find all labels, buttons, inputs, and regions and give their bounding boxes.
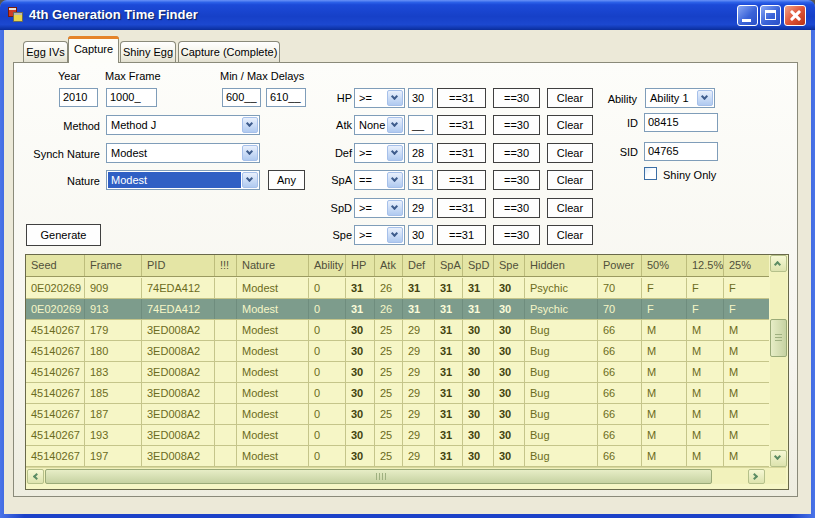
table-row[interactable]: 451402671853ED008A2Modest0302529313030Bu… xyxy=(26,383,769,404)
maximize-button[interactable] xyxy=(760,5,781,26)
column-header[interactable]: Hidden xyxy=(524,255,597,276)
table-row[interactable]: 451402671873ED008A2Modest0302529313030Bu… xyxy=(26,404,769,425)
table-cell: 0 xyxy=(308,320,345,340)
set-30-button[interactable]: ==30 xyxy=(493,225,540,245)
nature-combo[interactable]: Modest xyxy=(106,170,260,190)
iv-comparer-combo[interactable]: >= xyxy=(354,143,405,163)
tab-egg-ivs[interactable]: Egg IVs xyxy=(23,41,68,62)
column-header[interactable]: 25% xyxy=(723,255,769,276)
scroll-left-icon[interactable] xyxy=(27,469,44,484)
title-bar[interactable]: 4th Generation Time Finder xyxy=(0,0,815,30)
column-header[interactable]: Nature xyxy=(236,255,308,276)
column-header[interactable]: Atk xyxy=(374,255,402,276)
iv-comparer-combo[interactable]: None xyxy=(354,115,405,135)
set-31-button[interactable]: ==31 xyxy=(437,115,486,135)
iv-value-input[interactable]: 29 xyxy=(408,198,433,218)
scroll-right-icon[interactable] xyxy=(748,469,765,484)
ability-combo[interactable]: Ability 1 xyxy=(645,88,715,108)
column-header[interactable]: !!! xyxy=(214,255,236,276)
vertical-scroll-thumb[interactable] xyxy=(770,319,787,357)
chevron-down-icon[interactable] xyxy=(387,117,403,133)
method-combo[interactable]: Method J xyxy=(106,115,260,135)
shiny-only-checkbox[interactable] xyxy=(644,167,657,180)
vertical-scrollbar[interactable] xyxy=(770,255,787,467)
column-header[interactable]: 12.5% xyxy=(686,255,723,276)
clear-button[interactable]: Clear xyxy=(547,115,593,135)
column-header[interactable]: HP xyxy=(345,255,374,276)
iv-comparer-combo[interactable]: >= xyxy=(354,88,405,108)
chevron-down-icon[interactable] xyxy=(387,145,403,161)
column-header[interactable]: Power xyxy=(597,255,641,276)
set-30-button[interactable]: ==30 xyxy=(493,115,540,135)
column-header[interactable]: Spe xyxy=(493,255,524,276)
column-header[interactable]: Ability xyxy=(308,255,345,276)
id-input[interactable]: 08415 xyxy=(644,113,718,132)
column-header[interactable]: Frame xyxy=(84,255,141,276)
set-31-button[interactable]: ==31 xyxy=(437,88,486,108)
chevron-down-icon[interactable] xyxy=(242,172,258,188)
max-frame-input[interactable]: 1000_ xyxy=(106,88,157,107)
table-row[interactable]: 0E02026991374EDA412Modest0312631313130Ps… xyxy=(26,299,769,320)
minimize-button[interactable] xyxy=(737,5,758,26)
table-cell: 29 xyxy=(402,404,434,424)
iv-comparer-combo[interactable]: >= xyxy=(354,225,405,245)
sid-input[interactable]: 04765 xyxy=(644,142,718,161)
set-30-button[interactable]: ==30 xyxy=(493,143,540,163)
set-30-button[interactable]: ==30 xyxy=(493,170,540,190)
chevron-down-icon[interactable] xyxy=(387,200,403,216)
clear-button[interactable]: Clear xyxy=(547,225,593,245)
max-frame-label: Max Frame xyxy=(105,70,161,83)
table-cell: M xyxy=(641,446,686,466)
clear-button[interactable]: Clear xyxy=(547,170,593,190)
set-30-button[interactable]: ==30 xyxy=(493,88,540,108)
iv-value-input[interactable]: 30 xyxy=(408,225,433,245)
year-input[interactable]: 2010 xyxy=(59,88,98,107)
table-row[interactable]: 0E02026990974EDA412Modest0312631313130Ps… xyxy=(26,278,769,299)
set-31-button[interactable]: ==31 xyxy=(437,225,486,245)
scroll-up-icon[interactable] xyxy=(770,255,787,272)
column-header[interactable]: PID xyxy=(141,255,214,276)
any-nature-button[interactable]: Any xyxy=(268,170,305,190)
chevron-down-icon[interactable] xyxy=(387,172,403,188)
column-header[interactable]: SpD xyxy=(462,255,493,276)
tab-capture-complete[interactable]: Capture (Complete) xyxy=(178,41,280,62)
scroll-down-icon[interactable] xyxy=(770,450,787,467)
set-31-button[interactable]: ==31 xyxy=(437,198,486,218)
horizontal-scrollbar[interactable] xyxy=(26,467,786,484)
chevron-down-icon[interactable] xyxy=(697,90,713,106)
tab-shiny-egg[interactable]: Shiny Egg xyxy=(120,41,176,62)
horizontal-scroll-thumb[interactable] xyxy=(45,469,712,484)
iv-value-input[interactable]: 30 xyxy=(408,88,433,108)
synch-nature-combo[interactable]: Modest xyxy=(106,143,260,163)
nature-label: Nature xyxy=(20,175,100,188)
generate-button[interactable]: Generate xyxy=(26,224,101,246)
iv-value-input[interactable]: __ xyxy=(408,115,433,135)
clear-button[interactable]: Clear xyxy=(547,143,593,163)
iv-value-input[interactable]: 28 xyxy=(408,143,433,163)
chevron-down-icon[interactable] xyxy=(242,145,258,161)
iv-value-input[interactable]: 31 xyxy=(408,170,433,190)
set-30-button[interactable]: ==30 xyxy=(493,198,540,218)
iv-comparer-combo[interactable]: == xyxy=(354,170,405,190)
table-cell: Psychic xyxy=(524,278,597,298)
chevron-down-icon[interactable] xyxy=(387,90,403,106)
table-row[interactable]: 451402671833ED008A2Modest0302529313030Bu… xyxy=(26,362,769,383)
column-header[interactable]: Seed xyxy=(26,255,84,276)
set-31-button[interactable]: ==31 xyxy=(437,143,486,163)
tab-capture[interactable]: Capture xyxy=(68,36,119,63)
table-row[interactable]: 451402671933ED008A2Modest0302529313030Bu… xyxy=(26,425,769,446)
column-header[interactable]: SpA xyxy=(434,255,462,276)
min-delay-input[interactable]: 600__ xyxy=(222,88,261,107)
close-button[interactable] xyxy=(784,5,806,26)
chevron-down-icon[interactable] xyxy=(387,227,403,243)
table-row[interactable]: 451402671973ED008A2Modest0302529313030Bu… xyxy=(26,446,769,467)
set-31-button[interactable]: ==31 xyxy=(437,170,486,190)
max-delay-input[interactable]: 610__ xyxy=(266,88,306,107)
column-header[interactable]: Def xyxy=(402,255,434,276)
chevron-down-icon[interactable] xyxy=(242,117,258,133)
clear-button[interactable]: Clear xyxy=(547,198,593,218)
table-row[interactable]: 451402671793ED008A2Modest0302529313030Bu… xyxy=(26,320,769,341)
table-row[interactable]: 451402671803ED008A2Modest0302529313030Bu… xyxy=(26,341,769,362)
iv-comparer-combo[interactable]: >= xyxy=(354,198,405,218)
column-header[interactable]: 50% xyxy=(641,255,686,276)
